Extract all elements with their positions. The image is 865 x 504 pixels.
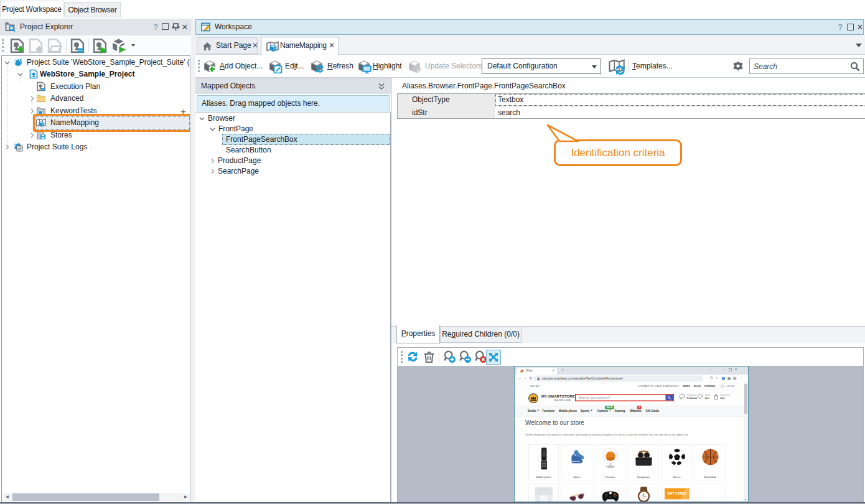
toolbar-separator [628, 59, 629, 73]
fit-arrows-icon [488, 352, 499, 363]
product-sunglasses-image [635, 447, 653, 471]
chevron-down-icon[interactable] [4, 60, 10, 65]
toolbar-grip[interactable] [2, 39, 4, 52]
new-tab-icon: + [561, 368, 564, 373]
property-value[interactable]: search [495, 107, 865, 118]
product-label: Mobile phone [529, 475, 559, 478]
chevron-down-icon[interactable] [199, 116, 205, 121]
add-existing-item-button[interactable] [28, 38, 44, 54]
search-input[interactable] [750, 59, 849, 73]
chevron-right-icon[interactable] [29, 96, 35, 101]
tree-item-product-page[interactable]: ProductPage [195, 156, 390, 166]
tab-properties[interactable]: Properties [396, 325, 440, 343]
tree-item-project[interactable]: WebStore_Sample_Project [2, 68, 190, 80]
chevron-right-icon[interactable] [4, 144, 10, 150]
tree-item-search-page[interactable]: SearchPage [195, 166, 390, 177]
pin-button[interactable] [172, 22, 180, 31]
edit-icon[interactable] [268, 58, 283, 73]
help-button[interactable]: ? [836, 20, 844, 34]
toolbar-grip[interactable] [401, 351, 403, 363]
tree-item-front-page[interactable]: FrontPage [195, 124, 390, 134]
zoom-in-icon[interactable] [443, 350, 456, 363]
run-project-button[interactable] [92, 38, 108, 54]
product-card: GIFT CARDS [662, 483, 692, 502]
delete-icon[interactable] [423, 350, 436, 363]
chevron-down-icon[interactable] [210, 126, 215, 132]
store-logo [528, 393, 538, 403]
map-refresh-icon[interactable] [608, 58, 625, 75]
label-part: dd Object... [225, 62, 263, 70]
star-icon: ☆ [716, 376, 718, 380]
highlight-button[interactable]: Highlight [373, 55, 402, 77]
chevron-right-icon[interactable] [210, 169, 215, 174]
aliases-hint: Aliases. Drag mapped objects here. [197, 99, 320, 108]
refresh-icon[interactable] [309, 58, 324, 73]
tab-start-page[interactable]: Start Page ✕ [197, 37, 258, 54]
chevron-right-icon[interactable] [29, 133, 35, 138]
tree-item-advanced[interactable]: Advanced [2, 93, 190, 105]
highlight-icon[interactable] [357, 58, 372, 73]
chevron-down-icon[interactable] [17, 72, 23, 77]
project-icon [29, 69, 39, 79]
tab-name-mapping[interactable]: NameMapping ✕ [261, 37, 339, 55]
refresh-button[interactable]: Refresh [327, 55, 353, 77]
fit-to-window-button[interactable] [486, 350, 501, 365]
property-row[interactable]: idStr search [398, 106, 865, 118]
scrollbar-thumb[interactable] [12, 493, 159, 501]
tree-item-project-suite-logs[interactable]: Project Suite Logs [2, 141, 190, 153]
add-object-button[interactable]: Add Object... [220, 55, 263, 77]
configuration-select[interactable]: Default Configuration [482, 58, 601, 74]
tree-item-search-button[interactable]: SearchButton [195, 145, 390, 156]
close-icon[interactable]: ✕ [329, 37, 335, 54]
tab-list-caret[interactable] [856, 44, 862, 49]
tree-item-browser[interactable]: Browser [195, 113, 390, 124]
property-row[interactable]: ObjectType Textbox [398, 94, 865, 106]
tree-item-front-page-search-box[interactable]: FrontPageSearchBox [195, 134, 390, 145]
toolbar-grip[interactable] [198, 60, 200, 72]
tree-item-execution-plan[interactable]: Execution Plan [2, 81, 190, 93]
browser-window: Shop × + ⌄ − × ← → ↻ [515, 366, 748, 502]
cart-icon [714, 394, 719, 400]
product-card: Furniture [595, 444, 625, 480]
tab-required-children[interactable]: Required Children (0/0) [440, 327, 521, 343]
add-new-item-button[interactable] [9, 38, 25, 54]
tab-project-workspace[interactable]: Project Workspace [0, 1, 63, 17]
gift-cards-label: GIFT CARDS [668, 492, 687, 496]
maximize-button[interactable] [162, 23, 169, 30]
organize-tests-button[interactable] [70, 38, 85, 54]
window-minimize-icon: − [722, 367, 724, 371]
templates-button[interactable]: Templates... [632, 55, 673, 77]
zoom-reset-icon[interactable] [474, 350, 487, 363]
gear-icon[interactable] [732, 60, 744, 72]
panel-splitter[interactable] [191, 18, 195, 504]
tab-object-browser[interactable]: Object Browser [64, 2, 121, 17]
label-part: Cart [720, 396, 725, 399]
run-test-button[interactable] [111, 38, 126, 54]
edit-button[interactable]: Edit... [285, 55, 304, 77]
chevron-right-icon[interactable] [210, 158, 215, 164]
zoom-out-icon[interactable] [459, 350, 472, 363]
aliases-drop-area[interactable]: Aliases. Drag mapped objects here. [197, 95, 390, 111]
run-dropdown-caret[interactable] [131, 44, 135, 49]
maximize-button[interactable] [847, 24, 854, 30]
close-icon[interactable]: ✕ [252, 38, 258, 54]
collapse-chevrons-icon[interactable] [378, 83, 385, 90]
open-item-button[interactable] [47, 38, 62, 54]
chevron-right-icon[interactable] [29, 108, 35, 114]
callout-tail [543, 123, 593, 143]
scroll-left-arrow[interactable]: ◄ [2, 493, 12, 502]
property-value[interactable]: Textbox [495, 94, 865, 106]
help-button[interactable]: ? [151, 19, 160, 35]
refresh-image-icon[interactable] [406, 350, 419, 363]
add-object-icon[interactable] [202, 58, 217, 73]
tree-item-label: FrontPageSearchBox [226, 134, 297, 145]
scroll-right-arrow[interactable]: ► [181, 493, 190, 502]
store-tagline: buy with a smile [554, 399, 571, 402]
cart-label: ShoppingCart [720, 394, 730, 400]
nav-sports: Sports [581, 409, 592, 413]
close-button[interactable]: ✕ [856, 20, 864, 34]
tree-item-project-suite[interactable]: Project Suite 'WebStore_Sample_Project_S… [2, 57, 190, 68]
horizontal-scrollbar[interactable]: ◄ ► [2, 493, 190, 502]
close-button[interactable]: ✕ [180, 19, 189, 35]
search-icon[interactable] [850, 62, 860, 72]
